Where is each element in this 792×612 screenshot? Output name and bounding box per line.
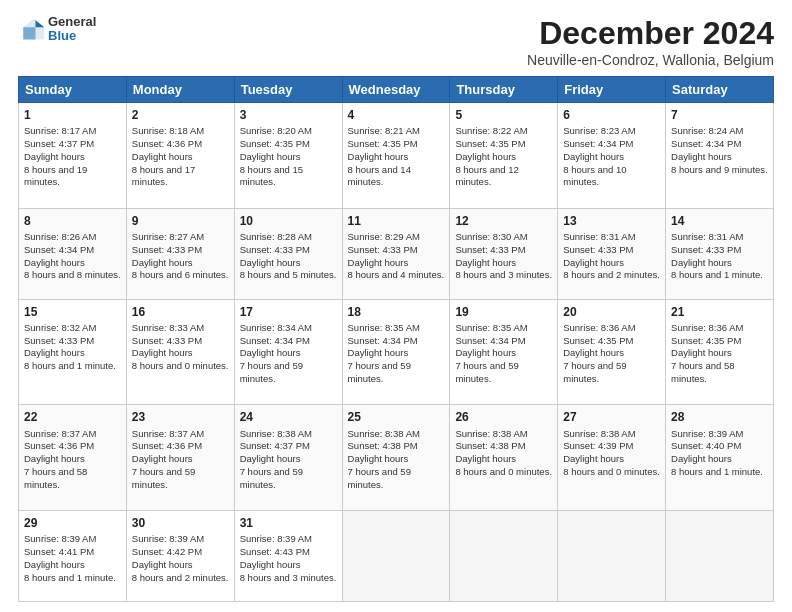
cell-info: Sunrise: 8:23 AMSunset: 4:34 PMDaylight … [563,125,660,189]
daylight-value: 8 hours and 10 minutes. [563,164,626,188]
daylight-value: 8 hours and 5 minutes. [240,269,337,280]
day-number: 14 [671,213,768,229]
header-monday: Monday [126,77,234,103]
cell-info: Sunrise: 8:30 AMSunset: 4:33 PMDaylight … [455,231,552,282]
daylight-value: 8 hours and 1 minute. [671,466,763,477]
day-number: 29 [24,515,121,531]
day-number: 24 [240,409,337,425]
daylight-label: Daylight hours [24,151,85,162]
cell-info: Sunrise: 8:22 AMSunset: 4:35 PMDaylight … [455,125,552,189]
daylight-label: Daylight hours [24,257,85,268]
sunset-label: Sunset: 4:37 PM [240,440,310,451]
day-number: 9 [132,213,229,229]
day-number: 10 [240,213,337,229]
sunset-label: Sunset: 4:33 PM [563,244,633,255]
sunrise-label: Sunrise: 8:30 AM [455,231,527,242]
sunrise-label: Sunrise: 8:26 AM [24,231,96,242]
daylight-label: Daylight hours [132,453,193,464]
daylight-label: Daylight hours [455,453,516,464]
sunrise-label: Sunrise: 8:39 AM [132,533,204,544]
day-number: 11 [348,213,445,229]
daylight-label: Daylight hours [671,453,732,464]
sunset-label: Sunset: 4:33 PM [348,244,418,255]
sunset-label: Sunset: 4:33 PM [24,335,94,346]
daylight-label: Daylight hours [24,559,85,570]
sunrise-label: Sunrise: 8:22 AM [455,125,527,136]
sunrise-label: Sunrise: 8:35 AM [348,322,420,333]
daylight-value: 8 hours and 0 minutes. [563,466,660,477]
week-row-3: 22Sunrise: 8:37 AMSunset: 4:36 PMDayligh… [19,405,774,511]
header-saturday: Saturday [666,77,774,103]
day-number: 3 [240,107,337,123]
day-number: 19 [455,304,552,320]
sunrise-label: Sunrise: 8:17 AM [24,125,96,136]
day-number: 20 [563,304,660,320]
daylight-label: Daylight hours [455,347,516,358]
daylight-value: 8 hours and 3 minutes. [455,269,552,280]
cell-info: Sunrise: 8:17 AMSunset: 4:37 PMDaylight … [24,125,121,189]
day-number: 27 [563,409,660,425]
cell-info: Sunrise: 8:21 AMSunset: 4:35 PMDaylight … [348,125,445,189]
day-number: 21 [671,304,768,320]
daylight-label: Daylight hours [240,257,301,268]
sunset-label: Sunset: 4:41 PM [24,546,94,557]
day-number: 4 [348,107,445,123]
calendar-cell: 8Sunrise: 8:26 AMSunset: 4:34 PMDaylight… [19,208,127,299]
logo-blue: Blue [48,29,96,43]
calendar-cell: 6Sunrise: 8:23 AMSunset: 4:34 PMDaylight… [558,103,666,209]
header-wednesday: Wednesday [342,77,450,103]
daylight-value: 7 hours and 59 minutes. [240,466,303,490]
sunrise-label: Sunrise: 8:20 AM [240,125,312,136]
daylight-label: Daylight hours [348,347,409,358]
daylight-label: Daylight hours [240,151,301,162]
calendar-cell: 25Sunrise: 8:38 AMSunset: 4:38 PMDayligh… [342,405,450,511]
daylight-label: Daylight hours [132,347,193,358]
calendar-cell: 5Sunrise: 8:22 AMSunset: 4:35 PMDaylight… [450,103,558,209]
calendar-cell: 10Sunrise: 8:28 AMSunset: 4:33 PMDayligh… [234,208,342,299]
daylight-label: Daylight hours [671,347,732,358]
sunset-label: Sunset: 4:34 PM [24,244,94,255]
sunrise-label: Sunrise: 8:38 AM [240,428,312,439]
calendar-cell: 7Sunrise: 8:24 AMSunset: 4:34 PMDaylight… [666,103,774,209]
cell-info: Sunrise: 8:38 AMSunset: 4:39 PMDaylight … [563,428,660,479]
cell-info: Sunrise: 8:28 AMSunset: 4:33 PMDaylight … [240,231,337,282]
sunset-label: Sunset: 4:38 PM [455,440,525,451]
daylight-label: Daylight hours [24,347,85,358]
sunset-label: Sunset: 4:37 PM [24,138,94,149]
calendar-cell: 14Sunrise: 8:31 AMSunset: 4:33 PMDayligh… [666,208,774,299]
daylight-label: Daylight hours [671,151,732,162]
calendar-header-row: SundayMondayTuesdayWednesdayThursdayFrid… [19,77,774,103]
daylight-value: 8 hours and 6 minutes. [132,269,229,280]
cell-info: Sunrise: 8:39 AMSunset: 4:41 PMDaylight … [24,533,121,584]
main-title: December 2024 [527,15,774,52]
header-friday: Friday [558,77,666,103]
day-number: 25 [348,409,445,425]
header: General Blue December 2024 Neuville-en-C… [18,15,774,68]
daylight-value: 8 hours and 0 minutes. [455,466,552,477]
daylight-value: 8 hours and 12 minutes. [455,164,518,188]
calendar-cell: 16Sunrise: 8:33 AMSunset: 4:33 PMDayligh… [126,299,234,405]
daylight-value: 8 hours and 4 minutes. [348,269,445,280]
sunrise-label: Sunrise: 8:38 AM [455,428,527,439]
day-number: 17 [240,304,337,320]
daylight-label: Daylight hours [240,559,301,570]
sunset-label: Sunset: 4:34 PM [348,335,418,346]
daylight-value: 7 hours and 59 minutes. [240,360,303,384]
sunset-label: Sunset: 4:36 PM [132,440,202,451]
daylight-value: 8 hours and 17 minutes. [132,164,195,188]
daylight-label: Daylight hours [132,559,193,570]
header-sunday: Sunday [19,77,127,103]
header-tuesday: Tuesday [234,77,342,103]
sunrise-label: Sunrise: 8:32 AM [24,322,96,333]
cell-info: Sunrise: 8:32 AMSunset: 4:33 PMDaylight … [24,322,121,373]
sunrise-label: Sunrise: 8:37 AM [24,428,96,439]
cell-info: Sunrise: 8:39 AMSunset: 4:42 PMDaylight … [132,533,229,584]
logo-general: General [48,15,96,29]
calendar-cell: 28Sunrise: 8:39 AMSunset: 4:40 PMDayligh… [666,405,774,511]
sunset-label: Sunset: 4:35 PM [563,335,633,346]
day-number: 30 [132,515,229,531]
week-row-1: 8Sunrise: 8:26 AMSunset: 4:34 PMDaylight… [19,208,774,299]
logo: General Blue [18,15,96,44]
calendar-cell: 29Sunrise: 8:39 AMSunset: 4:41 PMDayligh… [19,511,127,602]
sunrise-label: Sunrise: 8:18 AM [132,125,204,136]
